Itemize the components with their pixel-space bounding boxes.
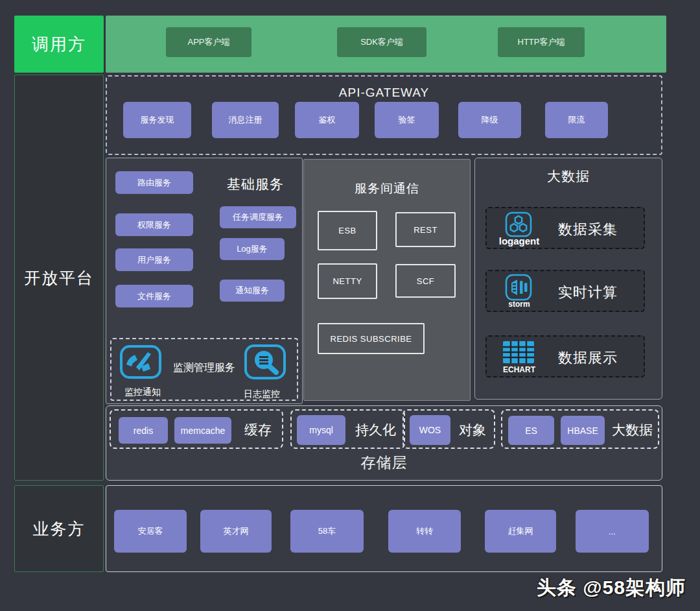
comm-node-netty: NETTY	[318, 263, 377, 299]
log-search-icon	[244, 343, 286, 381]
communication-panel: 服务间通信 ESB REST NETTY SCF REDIS SUBSCRIBE	[303, 159, 471, 401]
node-task-schedule-service: 任务调度服务	[220, 206, 296, 228]
comm-node-redis-subscribe: REDIS SUBSCRIBE	[318, 323, 425, 354]
business-box: 安居客 英才网 58车 转转 赶集网 ...	[106, 485, 662, 572]
business-node-yingcai: 英才网	[200, 510, 272, 553]
sdk-client-node: SDK客户端	[337, 27, 426, 57]
gateway-node-degrade: 降级	[458, 102, 521, 138]
storage-group-cache: redis memcache 缓存	[110, 409, 283, 449]
comm-node-rest: REST	[395, 212, 456, 247]
node-routing-service: 路由服务	[115, 171, 193, 194]
logagent-label: logagent	[487, 235, 552, 246]
log-monitor-caption: 日志监控	[244, 389, 280, 400]
app-client-node: APP客户端	[166, 27, 251, 57]
business-node-anjuke: 安居客	[114, 510, 187, 553]
big-data-realtime-label: 实时计算	[558, 271, 618, 313]
big-data-panel: 大数据 logagent 数据采集	[474, 158, 662, 400]
big-data-item-collect: logagent 数据采集	[485, 207, 645, 249]
business-rail: 业务方	[14, 485, 104, 572]
node-file-service: 文件服务	[115, 285, 193, 307]
open-platform-rail: 开放平台	[14, 75, 104, 481]
gateway-node-message-register: 消息注册	[212, 102, 279, 138]
storm-icon	[505, 274, 532, 301]
business-node-more: ...	[576, 510, 649, 553]
basic-services-panel: 基础服务 路由服务 权限服务 用户服务 文件服务 任务调度服务 Log服务 通知…	[106, 158, 303, 404]
cache-label: 缓存	[244, 421, 272, 439]
basic-services-title: 基础服务	[210, 175, 301, 193]
monitor-notify-caption: 监控通知	[124, 387, 161, 398]
node-user-service: 用户服务	[115, 248, 193, 271]
storage-layer-panel: redis memcache 缓存 mysql 持久化 WOS 对象 ES HB…	[106, 405, 662, 481]
echart-label: ECHART	[487, 365, 552, 374]
http-client-node: HTTP客户端	[498, 27, 585, 57]
logagent-icon	[505, 211, 532, 237]
wos-chip: WOS	[410, 415, 450, 445]
gateway-node-auth: 鉴权	[295, 102, 359, 138]
big-data-item-realtime: storm 实时计算	[485, 270, 645, 312]
big-data-collect-label: 数据采集	[558, 208, 618, 250]
gateway-node-verify: 验签	[375, 102, 439, 138]
gateway-node-service-discovery: 服务发现	[123, 102, 191, 138]
memcache-chip: memcache	[174, 417, 231, 444]
bigdata-storage-label: 大数据	[612, 421, 653, 439]
monitoring-box: 监测管理服务 监控通知 日志监控	[110, 338, 298, 401]
big-data-item-display: ECHART 数据展示	[485, 335, 645, 377]
api-gateway-title: API-GATEWAY	[107, 86, 661, 100]
watermark: 头条 @58架构师	[537, 575, 686, 601]
storage-group-bigdata: ES HBASE 大数据	[501, 409, 659, 449]
node-log-service: Log服务	[220, 238, 285, 260]
big-data-display-label: 数据展示	[558, 337, 618, 379]
api-gateway-container: API-GATEWAY 服务发现 消息注册 鉴权 验签 降级 限流	[106, 75, 662, 155]
redis-chip: redis	[119, 417, 168, 444]
comm-node-scf: SCF	[395, 264, 456, 298]
storage-group-object: WOS 对象	[402, 409, 495, 449]
big-data-title: 大数据	[475, 167, 662, 186]
communication-title: 服务间通信	[304, 180, 470, 197]
caller-label: 调用方	[14, 16, 104, 73]
business-node-zhuanzhuan: 转转	[388, 510, 461, 553]
business-node-ganji: 赶集网	[485, 510, 556, 553]
node-notify-service: 通知服务	[220, 280, 285, 302]
gateway-node-rate-limit: 限流	[545, 102, 608, 138]
echart-icon	[502, 341, 535, 364]
node-permission-service: 权限服务	[115, 213, 193, 236]
storage-group-persist: mysql 持久化	[290, 409, 405, 449]
comm-node-esb: ESB	[318, 211, 377, 250]
storage-layer-title: 存储层	[106, 453, 662, 473]
business-node-58che: 58车	[290, 510, 364, 553]
object-label: 对象	[459, 421, 486, 439]
hbase-chip: HBASE	[561, 416, 605, 445]
caller-strip: APP客户端 SDK客户端 HTTP客户端	[106, 16, 666, 73]
mysql-chip: mysql	[297, 415, 345, 445]
architecture-diagram: 调用方 APP客户端 SDK客户端 HTTP客户端 开放平台 业务方 API-G…	[0, 0, 700, 611]
es-chip: ES	[508, 416, 554, 445]
persist-label: 持久化	[355, 421, 396, 439]
storm-label: storm	[487, 300, 552, 309]
